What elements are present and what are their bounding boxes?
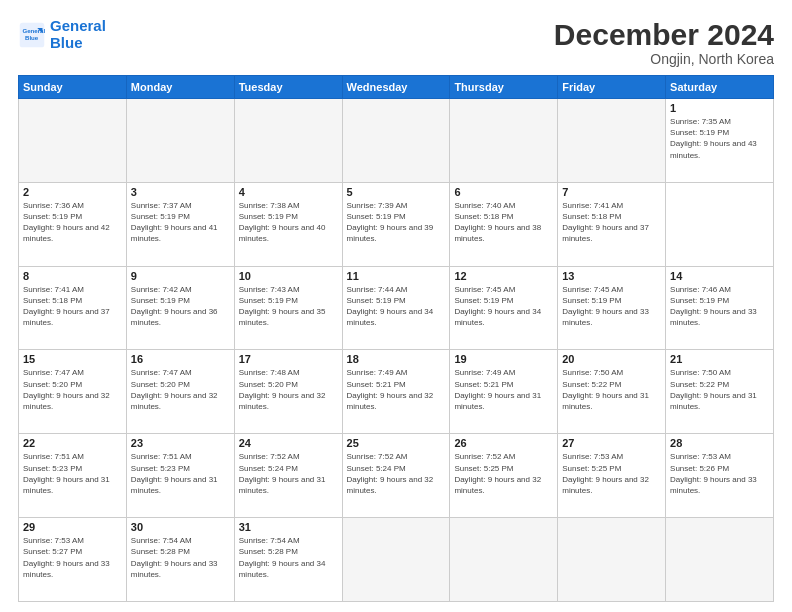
calendar-cell: 16Sunrise: 7:47 AMSunset: 5:20 PMDayligh… bbox=[126, 350, 234, 434]
day-number: 9 bbox=[131, 270, 230, 282]
col-monday: Monday bbox=[126, 76, 234, 99]
day-info: Sunrise: 7:50 AMSunset: 5:22 PMDaylight:… bbox=[562, 367, 661, 412]
svg-text:Blue: Blue bbox=[25, 34, 39, 41]
day-info: Sunrise: 7:52 AMSunset: 5:24 PMDaylight:… bbox=[347, 451, 446, 496]
day-number: 24 bbox=[239, 437, 338, 449]
day-number: 7 bbox=[562, 186, 661, 198]
day-number: 23 bbox=[131, 437, 230, 449]
day-info: Sunrise: 7:41 AMSunset: 5:18 PMDaylight:… bbox=[562, 200, 661, 245]
calendar-cell bbox=[450, 99, 558, 183]
calendar-cell: 11Sunrise: 7:44 AMSunset: 5:19 PMDayligh… bbox=[342, 266, 450, 350]
calendar-cell: 5Sunrise: 7:39 AMSunset: 5:19 PMDaylight… bbox=[342, 182, 450, 266]
day-info: Sunrise: 7:54 AMSunset: 5:28 PMDaylight:… bbox=[239, 535, 338, 580]
title-block: December 2024 Ongjin, North Korea bbox=[554, 18, 774, 67]
calendar-cell: 7Sunrise: 7:41 AMSunset: 5:18 PMDaylight… bbox=[558, 182, 666, 266]
day-info: Sunrise: 7:51 AMSunset: 5:23 PMDaylight:… bbox=[131, 451, 230, 496]
calendar-cell: 13Sunrise: 7:45 AMSunset: 5:19 PMDayligh… bbox=[558, 266, 666, 350]
day-number: 22 bbox=[23, 437, 122, 449]
logo: General Blue General Blue bbox=[18, 18, 106, 51]
calendar-week-row: 8Sunrise: 7:41 AMSunset: 5:18 PMDaylight… bbox=[19, 266, 774, 350]
day-number: 21 bbox=[670, 353, 769, 365]
day-number: 10 bbox=[239, 270, 338, 282]
calendar-cell: 28Sunrise: 7:53 AMSunset: 5:26 PMDayligh… bbox=[666, 434, 774, 518]
calendar-cell bbox=[558, 99, 666, 183]
logo-icon: General Blue bbox=[18, 21, 46, 49]
day-number: 1 bbox=[670, 102, 769, 114]
calendar-table: Sunday Monday Tuesday Wednesday Thursday… bbox=[18, 75, 774, 602]
calendar-cell: 17Sunrise: 7:48 AMSunset: 5:20 PMDayligh… bbox=[234, 350, 342, 434]
calendar-cell: 25Sunrise: 7:52 AMSunset: 5:24 PMDayligh… bbox=[342, 434, 450, 518]
day-info: Sunrise: 7:45 AMSunset: 5:19 PMDaylight:… bbox=[454, 284, 553, 329]
day-number: 30 bbox=[131, 521, 230, 533]
day-info: Sunrise: 7:37 AMSunset: 5:19 PMDaylight:… bbox=[131, 200, 230, 245]
day-number: 12 bbox=[454, 270, 553, 282]
calendar-cell: 15Sunrise: 7:47 AMSunset: 5:20 PMDayligh… bbox=[19, 350, 127, 434]
calendar-cell bbox=[342, 99, 450, 183]
calendar-cell: 8Sunrise: 7:41 AMSunset: 5:18 PMDaylight… bbox=[19, 266, 127, 350]
day-info: Sunrise: 7:51 AMSunset: 5:23 PMDaylight:… bbox=[23, 451, 122, 496]
calendar-cell: 1Sunrise: 7:35 AMSunset: 5:19 PMDaylight… bbox=[666, 99, 774, 183]
col-tuesday: Tuesday bbox=[234, 76, 342, 99]
logo-line2: Blue bbox=[50, 34, 83, 51]
calendar-cell: 21Sunrise: 7:50 AMSunset: 5:22 PMDayligh… bbox=[666, 350, 774, 434]
calendar-week-row: 2Sunrise: 7:36 AMSunset: 5:19 PMDaylight… bbox=[19, 182, 774, 266]
day-info: Sunrise: 7:40 AMSunset: 5:18 PMDaylight:… bbox=[454, 200, 553, 245]
calendar-cell: 14Sunrise: 7:46 AMSunset: 5:19 PMDayligh… bbox=[666, 266, 774, 350]
calendar-cell: 26Sunrise: 7:52 AMSunset: 5:25 PMDayligh… bbox=[450, 434, 558, 518]
day-info: Sunrise: 7:41 AMSunset: 5:18 PMDaylight:… bbox=[23, 284, 122, 329]
day-number: 28 bbox=[670, 437, 769, 449]
day-number: 8 bbox=[23, 270, 122, 282]
calendar-cell: 22Sunrise: 7:51 AMSunset: 5:23 PMDayligh… bbox=[19, 434, 127, 518]
calendar-cell: 23Sunrise: 7:51 AMSunset: 5:23 PMDayligh… bbox=[126, 434, 234, 518]
day-number: 26 bbox=[454, 437, 553, 449]
day-number: 11 bbox=[347, 270, 446, 282]
day-info: Sunrise: 7:53 AMSunset: 5:25 PMDaylight:… bbox=[562, 451, 661, 496]
calendar-week-row: 22Sunrise: 7:51 AMSunset: 5:23 PMDayligh… bbox=[19, 434, 774, 518]
day-info: Sunrise: 7:46 AMSunset: 5:19 PMDaylight:… bbox=[670, 284, 769, 329]
day-info: Sunrise: 7:53 AMSunset: 5:26 PMDaylight:… bbox=[670, 451, 769, 496]
day-number: 19 bbox=[454, 353, 553, 365]
col-sunday: Sunday bbox=[19, 76, 127, 99]
calendar-week-row: 15Sunrise: 7:47 AMSunset: 5:20 PMDayligh… bbox=[19, 350, 774, 434]
day-number: 13 bbox=[562, 270, 661, 282]
calendar-cell: 30Sunrise: 7:54 AMSunset: 5:28 PMDayligh… bbox=[126, 518, 234, 602]
day-info: Sunrise: 7:52 AMSunset: 5:24 PMDaylight:… bbox=[239, 451, 338, 496]
day-info: Sunrise: 7:43 AMSunset: 5:19 PMDaylight:… bbox=[239, 284, 338, 329]
day-info: Sunrise: 7:50 AMSunset: 5:22 PMDaylight:… bbox=[670, 367, 769, 412]
calendar-cell: 19Sunrise: 7:49 AMSunset: 5:21 PMDayligh… bbox=[450, 350, 558, 434]
calendar-cell bbox=[19, 99, 127, 183]
calendar-cell: 29Sunrise: 7:53 AMSunset: 5:27 PMDayligh… bbox=[19, 518, 127, 602]
calendar-cell: 6Sunrise: 7:40 AMSunset: 5:18 PMDaylight… bbox=[450, 182, 558, 266]
calendar-cell bbox=[666, 518, 774, 602]
day-number: 15 bbox=[23, 353, 122, 365]
day-number: 17 bbox=[239, 353, 338, 365]
calendar-week-row: 1Sunrise: 7:35 AMSunset: 5:19 PMDaylight… bbox=[19, 99, 774, 183]
day-info: Sunrise: 7:54 AMSunset: 5:28 PMDaylight:… bbox=[131, 535, 230, 580]
calendar-cell bbox=[558, 518, 666, 602]
col-friday: Friday bbox=[558, 76, 666, 99]
day-number: 16 bbox=[131, 353, 230, 365]
calendar-cell: 31Sunrise: 7:54 AMSunset: 5:28 PMDayligh… bbox=[234, 518, 342, 602]
day-info: Sunrise: 7:42 AMSunset: 5:19 PMDaylight:… bbox=[131, 284, 230, 329]
day-info: Sunrise: 7:53 AMSunset: 5:27 PMDaylight:… bbox=[23, 535, 122, 580]
subtitle: Ongjin, North Korea bbox=[554, 51, 774, 67]
calendar-cell: 2Sunrise: 7:36 AMSunset: 5:19 PMDaylight… bbox=[19, 182, 127, 266]
day-number: 27 bbox=[562, 437, 661, 449]
day-info: Sunrise: 7:39 AMSunset: 5:19 PMDaylight:… bbox=[347, 200, 446, 245]
day-info: Sunrise: 7:49 AMSunset: 5:21 PMDaylight:… bbox=[347, 367, 446, 412]
col-wednesday: Wednesday bbox=[342, 76, 450, 99]
day-number: 5 bbox=[347, 186, 446, 198]
calendar-cell bbox=[234, 99, 342, 183]
page: General Blue General Blue December 2024 … bbox=[0, 0, 792, 612]
day-info: Sunrise: 7:35 AMSunset: 5:19 PMDaylight:… bbox=[670, 116, 769, 161]
day-number: 3 bbox=[131, 186, 230, 198]
calendar-cell: 3Sunrise: 7:37 AMSunset: 5:19 PMDaylight… bbox=[126, 182, 234, 266]
day-info: Sunrise: 7:44 AMSunset: 5:19 PMDaylight:… bbox=[347, 284, 446, 329]
day-number: 4 bbox=[239, 186, 338, 198]
day-info: Sunrise: 7:47 AMSunset: 5:20 PMDaylight:… bbox=[23, 367, 122, 412]
logo-line1: General bbox=[50, 17, 106, 34]
col-saturday: Saturday bbox=[666, 76, 774, 99]
day-info: Sunrise: 7:47 AMSunset: 5:20 PMDaylight:… bbox=[131, 367, 230, 412]
calendar-cell bbox=[342, 518, 450, 602]
day-info: Sunrise: 7:48 AMSunset: 5:20 PMDaylight:… bbox=[239, 367, 338, 412]
